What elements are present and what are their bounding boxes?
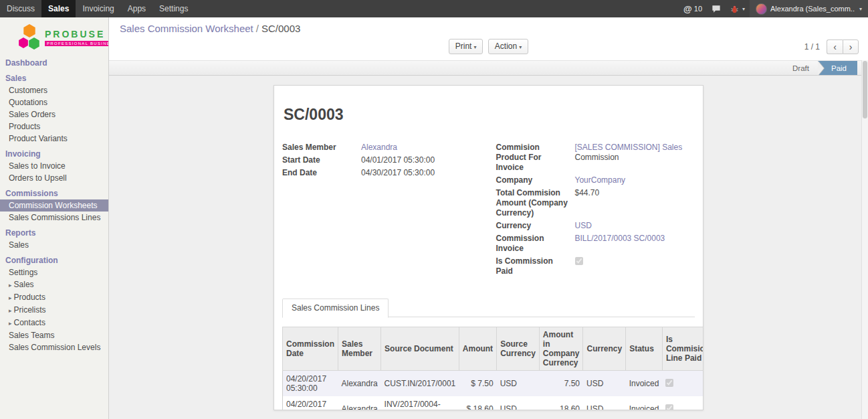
sidebar-nav: Dashboard Sales Customers Quotations Sal… [0, 57, 108, 353]
col-header-source-currency[interactable]: Source Currency [497, 327, 540, 371]
user-name: Alexandra (Sales_comm.. [770, 5, 855, 13]
chevron-down-icon: ▾ [519, 44, 522, 50]
table-row[interactable]: 04/20/2017 05:30:00 Alexandra INV/2017/0… [283, 396, 704, 410]
cell-status: Invoiced [626, 396, 663, 410]
sidebar-item-sales-to-invoice[interactable]: Sales to Invoice [0, 160, 108, 172]
breadcrumb-parent-link[interactable]: Sales Commission Worksheet [120, 23, 253, 34]
avatar [756, 3, 767, 15]
sidebar-item-config-pricelists[interactable]: ▸Pricelists [0, 304, 108, 317]
messages-count: 10 [694, 5, 702, 13]
col-header-is-commission-line-paid[interactable]: Is Commision Line Paid [662, 327, 703, 371]
sidebar-item-sales-orders[interactable]: Sales Orders [0, 108, 108, 120]
table-header-row: Commission Date Sales Member Source Docu… [283, 327, 704, 371]
cell-status: Invoiced [626, 371, 663, 397]
cell-sales-member: Alexandra [338, 396, 381, 410]
menu-discuss[interactable]: Discuss [0, 0, 41, 17]
expand-caret-icon: ▸ [9, 282, 12, 288]
col-header-currency[interactable]: Currency [583, 327, 626, 371]
pager-value: 1 / 1 [804, 42, 820, 52]
sidebar-item-label: Pricelists [14, 305, 46, 315]
action-button[interactable]: Action▾ [488, 39, 528, 54]
cell-currency: USD [583, 371, 626, 397]
action-buttons: Print▾ Action▾ [109, 39, 868, 55]
sidebar-item-customers[interactable]: Customers [0, 84, 108, 96]
menu-settings[interactable]: Settings [152, 0, 195, 17]
col-header-sales-member[interactable]: Sales Member [338, 327, 381, 371]
cell-amount: $ 7.50 [459, 371, 496, 397]
main-area: Sales Commission Worksheet/SC/0003 Print… [109, 17, 868, 419]
sidebar-heading-dashboard[interactable]: Dashboard [0, 57, 108, 69]
tab-sales-commission-lines[interactable]: Sales Commission Lines [282, 299, 389, 318]
sidebar-item-sales-teams[interactable]: Sales Teams [0, 329, 108, 341]
sidebar-item-commission-worksheets[interactable]: Commission Worksheets [0, 199, 108, 212]
sidebar-item-orders-to-upsell[interactable]: Orders to Upsell [0, 172, 108, 184]
field-label-total-commission: Total Commision Amount (Company Currency… [496, 188, 575, 218]
breadcrumb-current: SC/0003 [261, 23, 300, 34]
sidebar-heading-reports[interactable]: Reports [0, 227, 108, 239]
status-step-draft[interactable]: Draft [784, 61, 818, 75]
sidebar-item-config-contacts[interactable]: ▸Contacts [0, 317, 108, 329]
sidebar-heading-sales[interactable]: Sales [0, 72, 108, 84]
sidebar-item-reports-sales[interactable]: Sales [0, 239, 108, 251]
company-link[interactable]: YourCompany [575, 175, 626, 185]
col-header-amount[interactable]: Amount [459, 327, 496, 371]
line-paid-checkbox[interactable] [665, 379, 673, 387]
col-header-source-document[interactable]: Source Document [381, 327, 459, 371]
menu-sales[interactable]: Sales [41, 0, 76, 17]
is-commission-paid-checkbox[interactable] [575, 257, 583, 265]
sidebar-heading-commissions[interactable]: Commissions [0, 187, 108, 199]
field-label-company: Company [496, 175, 575, 185]
user-menu[interactable]: Alexandra (Sales_comm.. ▾ [750, 0, 868, 17]
form-groups: Sales Member Alexandra Start Date 04/01/… [282, 143, 695, 279]
sidebar-item-config-settings[interactable]: Settings [0, 266, 108, 278]
sidebar-item-quotations[interactable]: Quotations [0, 96, 108, 108]
commission-product-link[interactable]: [SALES COMMISSION] Sales [575, 143, 683, 152]
menu-invoicing[interactable]: Invoicing [76, 0, 120, 17]
expand-caret-icon: ▸ [9, 295, 12, 301]
cell-currency: USD [583, 396, 626, 410]
cell-company-amount: 7.50 [539, 371, 583, 397]
sidebar-item-products[interactable]: Products [0, 120, 108, 133]
expand-caret-icon: ▸ [9, 307, 12, 314]
sidebar-heading-invoicing[interactable]: Invoicing [0, 148, 108, 160]
commission-invoice-link[interactable]: BILL/2017/0003 SC/0003 [575, 234, 665, 243]
breadcrumb: Sales Commission Worksheet/SC/0003 [109, 22, 868, 35]
logo-text: PROBUSE [45, 29, 109, 39]
menu-apps[interactable]: Apps [121, 0, 152, 17]
field-label-end-date: End Date [282, 168, 361, 178]
pager-previous-button[interactable]: ‹ [827, 39, 843, 54]
line-paid-checkbox[interactable] [665, 404, 673, 410]
scrollbar-thumb[interactable] [863, 61, 867, 118]
systray: @ 10 ▾ Alexandra (Sales_ [679, 0, 868, 17]
cell-commission-date: 04/20/2017 05:30:00 [283, 396, 338, 410]
col-header-amount-company-currency[interactable]: Amount in Company Currency [539, 327, 583, 371]
sidebar-item-config-sales[interactable]: ▸Sales [0, 278, 108, 291]
col-header-commission-date[interactable]: Commission Date [283, 327, 338, 371]
print-button[interactable]: Print▾ [449, 39, 483, 54]
table-row[interactable]: 04/20/2017 05:30:00 Alexandra CUST.IN/20… [283, 371, 704, 397]
sales-member-link[interactable]: Alexandra [361, 143, 397, 152]
sidebar-item-sales-commission-levels[interactable]: Sales Commission Levels [0, 341, 108, 353]
chevron-down-icon: ▾ [473, 44, 476, 50]
sidebar-item-sales-commissions-lines[interactable]: Sales Commissions Lines [0, 212, 108, 224]
sidebar: PROBUSE PROFESSIONAL BUSINESS Dashboard … [0, 17, 109, 419]
form-sheet: SC/0003 Sales Member Alexandra Start Dat… [274, 85, 703, 410]
record-title: SC/0003 [284, 106, 695, 124]
currency-link[interactable]: USD [575, 221, 592, 230]
sidebar-item-product-variants[interactable]: Product Variants [0, 133, 108, 145]
field-label-commission-product: Commision Product For Invoice [496, 143, 575, 173]
messages-menu[interactable]: @ 10 [679, 0, 707, 17]
commission-lines-table: Commission Date Sales Member Source Docu… [282, 327, 703, 410]
sidebar-item-config-products[interactable]: ▸Products [0, 291, 108, 304]
breadcrumb-separator: / [256, 23, 259, 34]
pager-next-button[interactable]: › [843, 39, 859, 54]
debug-menu[interactable]: ▾ [726, 0, 750, 17]
sidebar-heading-configuration[interactable]: Configuration [0, 254, 108, 266]
cell-company-amount: 18.60 [539, 396, 583, 410]
vertical-scrollbar[interactable] [861, 60, 868, 419]
content-area: SC/0003 Sales Member Alexandra Start Dat… [109, 76, 868, 418]
field-label-commission-invoice: Commission Invoice [496, 234, 575, 254]
col-header-status[interactable]: Status [626, 327, 663, 371]
expand-caret-icon: ▸ [9, 320, 12, 327]
chat-menu[interactable] [707, 0, 726, 17]
